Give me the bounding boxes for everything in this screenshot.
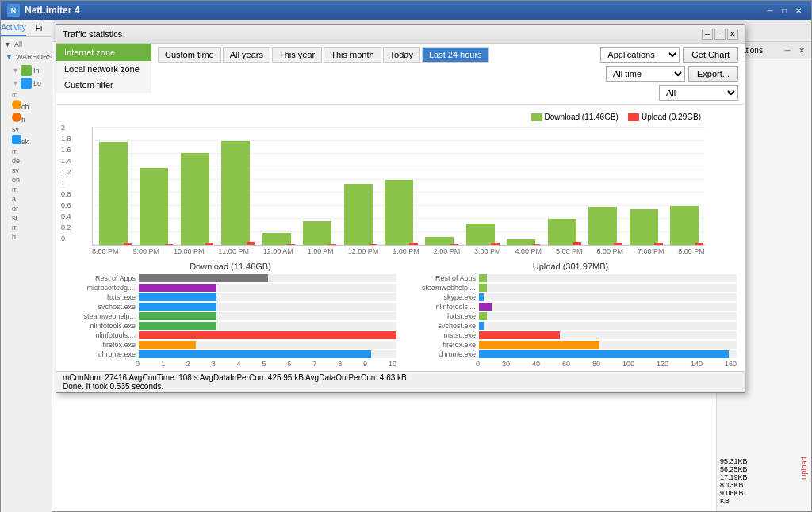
sidebar-item[interactable]: m — [12, 147, 50, 156]
hbar-row: steamwebhelp... — [64, 312, 396, 320]
hbar-row: firefox.exe — [64, 341, 396, 349]
sidebar-item[interactable]: a — [12, 194, 50, 204]
all-dropdown[interactable]: All — [659, 85, 738, 101]
hbar-row: svchost.exe — [404, 322, 737, 330]
close-button[interactable]: ✕ — [792, 4, 805, 17]
download-bar — [670, 206, 699, 245]
zone-tab-custom[interactable]: Custom filter — [56, 77, 151, 93]
skype-icon — [12, 135, 21, 144]
maximize-button[interactable]: □ — [778, 4, 791, 17]
tab-custom-time[interactable]: Custom time — [158, 47, 221, 63]
legend-download: Download (11.46GB) — [531, 113, 619, 121]
filter-all[interactable]: All — [14, 40, 22, 48]
hbar-label: Rest of Apps — [404, 274, 476, 282]
sidebar-item[interactable]: m — [12, 185, 50, 194]
sidebar-item[interactable]: sk — [12, 134, 50, 147]
upload-bar — [491, 243, 499, 245]
tab-all-years[interactable]: All years — [223, 47, 270, 63]
sidebar-item[interactable]: de — [12, 156, 50, 166]
download-bar — [588, 207, 617, 245]
tab-this-month[interactable]: This month — [324, 47, 381, 63]
filter-icon: ▼ — [12, 79, 19, 87]
hbar-bar — [139, 312, 216, 320]
panel-close[interactable]: ✕ — [795, 44, 808, 57]
right-controls: Applications Get Chart All time Export..… — [594, 44, 745, 104]
hbar-bar — [479, 293, 484, 301]
hbar-row: firefox.exe — [404, 341, 737, 349]
hbar-section: Download (11.46GB) Rest of Appsmicrosoft… — [56, 258, 745, 371]
filter-icon[interactable]: ▼ — [4, 40, 11, 48]
sidebar-item[interactable]: m — [12, 223, 50, 232]
hbar-row: Rest of Apps — [404, 274, 737, 282]
minimize-button[interactable]: ─ — [764, 4, 776, 17]
local-icon — [21, 78, 32, 89]
upload-bar — [328, 244, 336, 245]
hbar-row: Rest of Apps — [64, 274, 396, 282]
upload-bar — [654, 243, 662, 245]
sidebar-item[interactable]: m — [12, 90, 50, 99]
status-line1: mCnnNum: 27416 AvgCnnTime: 108 s AvgData… — [63, 373, 738, 382]
hbar-bar-container — [479, 303, 737, 311]
panel-min[interactable]: ─ — [781, 44, 794, 57]
sidebar-item[interactable]: sy — [12, 166, 50, 175]
hbar-bar-container — [479, 284, 737, 292]
sidebar-item[interactable]: fi — [12, 112, 50, 124]
dialog-close[interactable]: ✕ — [727, 29, 738, 40]
zone-tab-local[interactable]: Local network zone — [56, 61, 151, 77]
sidebar-tab-activity[interactable]: Activity — [1, 20, 26, 36]
applications-dropdown[interactable]: Applications — [600, 47, 680, 63]
dialog-minimize[interactable]: ─ — [702, 29, 713, 40]
hbar-bar-container — [139, 293, 396, 301]
hbar-label: firefox.exe — [404, 341, 476, 349]
hbar-bar — [479, 274, 487, 282]
hbar-row: skype.exe — [404, 293, 737, 301]
bar-group — [297, 127, 337, 245]
sidebar-item[interactable]: ▼ WARHORS — [6, 50, 50, 64]
hbar-bar — [139, 341, 196, 349]
sidebar-item[interactable]: sv — [12, 124, 50, 134]
all-time-dropdown[interactable]: All time — [606, 66, 685, 82]
hbar-bar-container — [479, 331, 737, 339]
sidebar-item[interactable]: ch — [12, 99, 50, 112]
legend-upload: Upload (0.29GB) — [628, 113, 701, 121]
sidebar-item[interactable]: st — [12, 213, 50, 223]
get-chart-button[interactable]: Get Chart — [683, 47, 738, 63]
bar-group — [93, 127, 133, 245]
upload-bar — [124, 243, 132, 245]
filter-icon: ▼ — [12, 67, 19, 75]
hbar-bar — [139, 293, 216, 301]
bar-group — [133, 127, 174, 245]
side-stats: 95.31KB 56.25KB 17.19KB 8.13KB 9.06KB KB — [720, 457, 808, 505]
sidebar-filter-row: ▼ All — [2, 39, 50, 50]
hbar-row: chrome.exe — [404, 350, 737, 358]
sidebar-tab-fi[interactable]: Fi — [26, 20, 52, 36]
hbar-row: hxtsr.exe — [64, 293, 396, 301]
hbar-bar — [139, 303, 216, 311]
hbar-bar — [139, 350, 371, 358]
status-line2: Done. It took 0.535 seconds. — [63, 382, 738, 391]
hbar-row: microsoftedg.... — [64, 284, 396, 292]
sidebar-item[interactable]: ▼ Lo — [12, 77, 50, 90]
download-bar — [466, 224, 495, 245]
hbar-label: hxtsr.exe — [64, 293, 136, 301]
hbar-row: nlinfotools.... — [404, 303, 737, 311]
zone-tab-internet[interactable]: Internet zone — [56, 44, 151, 61]
sidebar-item[interactable]: on — [12, 175, 50, 185]
tab-this-year[interactable]: This year — [272, 47, 322, 63]
bar-group — [174, 127, 215, 245]
export-button[interactable]: Export... — [688, 66, 738, 82]
tab-last-24h[interactable]: Last 24 hours — [422, 47, 489, 63]
hbar-bar-container — [139, 331, 396, 339]
dialog-restore[interactable]: □ — [714, 29, 726, 40]
bar-group — [256, 127, 297, 245]
sidebar-item[interactable]: ▼ In — [12, 64, 50, 77]
upload-hbar: Upload (301.97MB) Rest of Appssteamwebhe… — [404, 262, 737, 368]
tab-today[interactable]: Today — [383, 47, 420, 63]
sidebar-item[interactable]: h — [12, 232, 50, 242]
hbar-bar — [139, 331, 396, 339]
hbar-bar-container — [139, 274, 396, 282]
download-bar — [99, 142, 128, 245]
hbar-bar-container — [139, 322, 396, 330]
sidebar-item[interactable]: or — [12, 204, 50, 213]
tabs-area: Internet zone Local network zone Custom … — [56, 44, 745, 105]
